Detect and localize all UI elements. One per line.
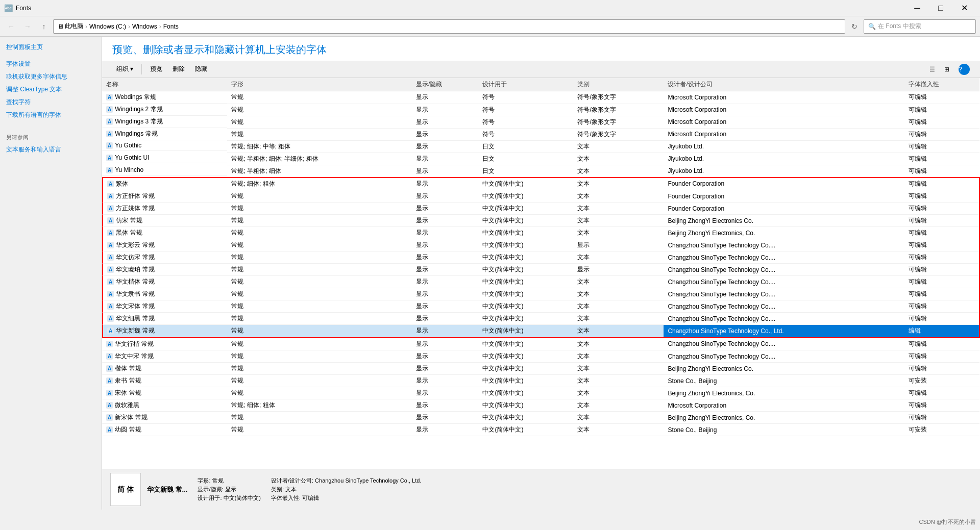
table-row[interactable]: A 华文琥珀 常规 常规显示中文(简体中文)显示Changzhou SinoTy… xyxy=(102,264,979,276)
font-display-cell: 显示 xyxy=(412,300,478,313)
sidebar-item-cleartype[interactable]: 调整 ClearType 文本 xyxy=(0,83,102,96)
table-row[interactable]: A 华文彩云 常规 常规显示中文(简体中文)显示Changzhou SinoTy… xyxy=(102,239,979,251)
table-row[interactable]: A 华文行楷 常规 常规显示中文(简体中文)文本Changzhou SinoTy… xyxy=(102,338,979,350)
breadcrumb-pc: 此电脑 xyxy=(65,22,83,31)
table-row[interactable]: A 华文仿宋 常规 常规显示中文(简体中文)文本Changzhou SinoTy… xyxy=(102,251,979,264)
table-row[interactable]: A 幼圆 常规 常规显示中文(简体中文)文本Stone Co., Beijing… xyxy=(102,424,979,436)
hide-button[interactable]: 隐藏 xyxy=(191,63,211,75)
font-design-cell: 中文(简体中文) xyxy=(478,325,573,338)
table-container[interactable]: 名称 字形 显示/隐藏 设计用于 类别 设计者/设计公司 字体嵌入性 A Web… xyxy=(102,78,980,469)
font-style-cell: 常规 xyxy=(227,375,412,387)
font-name-text: 微软雅黑 xyxy=(115,401,139,410)
table-row[interactable]: A 黑体 常规 常规显示中文(简体中文)文本Beijing ZhongYi El… xyxy=(102,227,979,239)
font-style-cell: 常规 xyxy=(227,424,412,436)
table-row[interactable]: A 仿宋 常规 常规显示中文(简体中文)文本Beijing ZhongYi El… xyxy=(102,215,979,227)
sidebar-item-font-settings[interactable]: 字体设置 xyxy=(0,58,102,70)
sidebar-item-get-more[interactable]: 联机获取更多字体信息 xyxy=(0,70,102,83)
table-row[interactable]: A 繁体 常规; 细体; 粗体显示中文(简体中文)文本Founder Corpo… xyxy=(102,178,979,190)
refresh-button[interactable]: ↻ xyxy=(847,19,862,34)
table-row[interactable]: A 华文楷体 常规 常规显示中文(简体中文)文本Changzhou SinoTy… xyxy=(102,276,979,288)
font-design-cell: 中文(简体中文) xyxy=(478,203,573,215)
font-display-cell: 显示 xyxy=(412,276,478,288)
view-list-button[interactable]: ☰ xyxy=(925,64,939,75)
organize-button[interactable]: 组织 ▾ xyxy=(112,63,137,75)
table-row[interactable]: A 微软雅黑 常规; 细体; 粗体显示中文(简体中文)文本Microsoft C… xyxy=(102,399,979,412)
font-name-cell: A 华文楷体 常规 xyxy=(102,276,227,288)
font-name-text: 华文新魏 常规 xyxy=(116,326,154,335)
font-design-cell: 中文(简体中文) xyxy=(478,227,573,239)
col-design[interactable]: 设计用于 xyxy=(478,78,573,91)
table-row[interactable]: A Yu Mincho 常规; 半粗体; 细体显示日文文本Jiyukobo Lt… xyxy=(102,165,979,178)
font-company-cell: Microsoft Corporation xyxy=(664,104,904,116)
font-type-icon: A xyxy=(106,390,113,396)
help-button[interactable]: ? xyxy=(959,64,970,75)
maximize-button[interactable]: □ xyxy=(929,0,952,16)
font-company-cell: Microsoft Corporation xyxy=(664,116,904,128)
table-row[interactable]: A Wingdings 2 常规 常规显示符号符号/象形文字Microsoft … xyxy=(102,104,979,116)
font-name-text: 华文彩云 常规 xyxy=(116,241,154,249)
font-type-icon: A xyxy=(106,131,113,137)
sidebar-item-home[interactable]: 控制面板主页 xyxy=(0,41,102,54)
table-row[interactable]: A 方正舒体 常规 常规显示中文(简体中文)文本Founder Corporat… xyxy=(102,190,979,203)
font-design-cell: 中文(简体中文) xyxy=(478,363,573,375)
font-display-cell: 显示 xyxy=(412,325,478,338)
font-display-cell: 显示 xyxy=(412,251,478,264)
table-row[interactable]: A 方正姚体 常规 常规显示中文(简体中文)文本Founder Corporat… xyxy=(102,203,979,215)
view-detail-button[interactable]: ⊞ xyxy=(940,64,953,75)
table-row[interactable]: A Yu Gothic 常规; 细体; 中等; 粗体显示日文文本Jiyukobo… xyxy=(102,140,979,153)
font-display-cell: 显示 xyxy=(412,375,478,387)
table-row[interactable]: A 华文宋体 常规 常规显示中文(简体中文)文本Changzhou SinoTy… xyxy=(102,300,979,313)
table-row[interactable]: A 宋体 常规 常规显示中文(简体中文)文本Beijing ZhongYi El… xyxy=(102,387,979,399)
address-input[interactable]: 🖥 此电脑 › Windows (C:) › Windows › Fonts xyxy=(53,19,845,34)
font-embed-cell: 可编辑 xyxy=(904,190,979,203)
font-company-cell: Jiyukobo Ltd. xyxy=(664,140,904,153)
preview-button[interactable]: 预览 xyxy=(146,63,166,75)
table-row[interactable]: A Wingdings 3 常规 常规显示符号符号/象形文字Microsoft … xyxy=(102,116,979,128)
font-embed-cell: 可编辑 xyxy=(904,363,979,375)
delete-button[interactable]: 删除 xyxy=(168,63,189,75)
font-display-cell: 显示 xyxy=(412,104,478,116)
table-row[interactable]: A Webdings 常规 常规显示符号符号/象形文字Microsoft Cor… xyxy=(102,91,979,104)
col-company[interactable]: 设计者/设计公司 xyxy=(664,78,904,91)
col-name[interactable]: 名称 xyxy=(102,78,227,91)
minimize-button[interactable]: ─ xyxy=(905,0,929,16)
font-type-icon: A xyxy=(106,402,113,409)
table-row[interactable]: A Wingdings 常规 常规显示符号符号/象形文字Microsoft Co… xyxy=(102,128,979,140)
toolbar: 组织 ▾ 预览 删除 隐藏 ☰ ⊞ ? xyxy=(102,61,980,78)
table-row[interactable]: A Yu Gothic UI 常规; 半粗体; 细体; 半细体; 粗体显示日文文… xyxy=(102,153,979,165)
font-name-cell: A Wingdings 常规 xyxy=(102,128,227,140)
font-embed-cell: 可编辑 xyxy=(904,104,979,116)
search-box[interactable]: 🔍 在 Fonts 中搜索 xyxy=(864,19,976,34)
col-embed[interactable]: 字体嵌入性 xyxy=(904,78,979,91)
back-button[interactable]: ← xyxy=(4,19,18,34)
table-row[interactable]: A 华文中宋 常规 常规显示中文(简体中文)文本Changzhou SinoTy… xyxy=(102,350,979,363)
title-bar-text: Fonts xyxy=(16,5,31,12)
col-style[interactable]: 字形 xyxy=(227,78,412,91)
table-row[interactable]: A 华文新魏 常规 常规显示中文(简体中文)文本Changzhou SinoTy… xyxy=(102,325,979,338)
sidebar-item-download[interactable]: 下载所有语言的字体 xyxy=(0,109,102,121)
font-name-cell: A 微软雅黑 xyxy=(102,399,227,412)
col-category[interactable]: 类别 xyxy=(573,78,664,91)
font-category-cell: 文本 xyxy=(573,399,664,412)
main-layout: 控制面板主页 字体设置 联机获取更多字体信息 调整 ClearType 文本 查… xyxy=(0,37,980,510)
close-button[interactable]: ✕ xyxy=(952,0,976,16)
forward-button[interactable]: → xyxy=(20,19,35,34)
font-design-cell: 中文(简体中文) xyxy=(478,412,573,424)
col-display[interactable]: 显示/隐藏 xyxy=(412,78,478,91)
table-row[interactable]: A 新宋体 常规 常规显示中文(简体中文)文本Beijing ZhongYi E… xyxy=(102,412,979,424)
table-row[interactable]: A 华文细黑 常规 常规显示中文(简体中文)文本Changzhou SinoTy… xyxy=(102,313,979,325)
up-button[interactable]: ↑ xyxy=(37,19,51,34)
font-style-cell: 常规 xyxy=(227,412,412,424)
font-category-cell: 符号/象形文字 xyxy=(573,128,664,140)
sidebar-item-text-services[interactable]: 文本服务和输入语言 xyxy=(0,143,102,156)
table-row[interactable]: A 华文隶书 常规 常规显示中文(简体中文)文本Changzhou SinoTy… xyxy=(102,288,979,300)
font-embed-cell: 可编辑 xyxy=(904,140,979,153)
title-bar: 🔤 Fonts ─ □ ✕ xyxy=(0,0,980,16)
font-display-cell: 显示 xyxy=(412,116,478,128)
sidebar-item-find-char[interactable]: 查找字符 xyxy=(0,96,102,109)
font-type-icon: A xyxy=(107,230,114,236)
font-style-cell: 常规 xyxy=(227,104,412,116)
table-row[interactable]: A 楷体 常规 常规显示中文(简体中文)文本Beijing ZhongYi El… xyxy=(102,363,979,375)
font-category-cell: 文本 xyxy=(573,140,664,153)
table-row[interactable]: A 隶书 常规 常规显示中文(简体中文)文本Stone Co., Beijing… xyxy=(102,375,979,387)
